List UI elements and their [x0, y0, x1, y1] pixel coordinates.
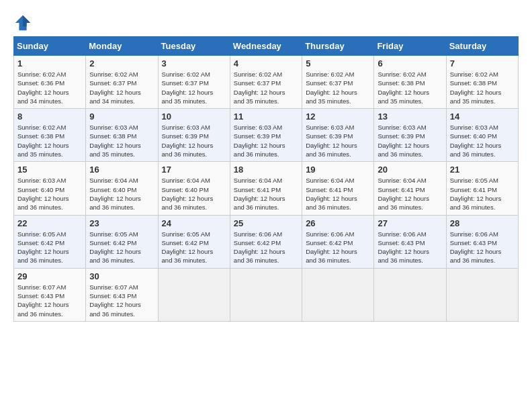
calendar-cell: 1Sunrise: 6:02 AM Sunset: 6:36 PM Daylig…	[14, 56, 86, 109]
calendar-header-row: SundayMondayTuesdayWednesdayThursdayFrid…	[14, 37, 519, 56]
logo-icon	[13, 13, 32, 32]
calendar-cell: 29Sunrise: 6:07 AM Sunset: 6:43 PM Dayli…	[14, 268, 86, 321]
day-number: 4	[234, 58, 298, 68]
calendar-cell: 5Sunrise: 6:02 AM Sunset: 6:37 PM Daylig…	[302, 56, 374, 109]
day-info: Sunrise: 6:06 AM Sunset: 6:42 PM Dayligh…	[306, 230, 370, 265]
calendar-cell: 9Sunrise: 6:03 AM Sunset: 6:38 PM Daylig…	[86, 109, 158, 162]
day-info: Sunrise: 6:07 AM Sunset: 6:43 PM Dayligh…	[17, 283, 82, 318]
day-info: Sunrise: 6:02 AM Sunset: 6:37 PM Dayligh…	[234, 70, 298, 105]
day-info: Sunrise: 6:02 AM Sunset: 6:36 PM Dayligh…	[17, 70, 82, 105]
day-info: Sunrise: 6:03 AM Sunset: 6:39 PM Dayligh…	[306, 123, 370, 158]
day-number: 27	[378, 218, 442, 228]
day-number: 14	[450, 111, 515, 122]
day-number: 24	[162, 218, 226, 228]
day-info: Sunrise: 6:04 AM Sunset: 6:41 PM Dayligh…	[378, 176, 442, 212]
day-number: 8	[17, 111, 82, 122]
day-number: 17	[162, 165, 226, 175]
day-number: 30	[89, 271, 154, 281]
calendar-cell: 18Sunrise: 6:04 AM Sunset: 6:41 PM Dayli…	[230, 162, 302, 215]
day-info: Sunrise: 6:03 AM Sunset: 6:39 PM Dayligh…	[234, 123, 298, 158]
calendar-cell: 3Sunrise: 6:02 AM Sunset: 6:37 PM Daylig…	[158, 56, 230, 109]
calendar-cell	[374, 268, 446, 321]
calendar-cell: 11Sunrise: 6:03 AM Sunset: 6:39 PM Dayli…	[230, 109, 302, 162]
calendar-cell	[446, 268, 518, 321]
calendar-cell: 15Sunrise: 6:03 AM Sunset: 6:40 PM Dayli…	[14, 162, 86, 215]
calendar-cell: 7Sunrise: 6:02 AM Sunset: 6:38 PM Daylig…	[446, 56, 518, 109]
calendar-cell: 4Sunrise: 6:02 AM Sunset: 6:37 PM Daylig…	[230, 56, 302, 109]
day-number: 21	[450, 165, 515, 175]
day-number: 9	[89, 111, 154, 122]
day-info: Sunrise: 6:02 AM Sunset: 6:38 PM Dayligh…	[378, 70, 442, 105]
calendar-cell	[158, 268, 230, 321]
day-info: Sunrise: 6:02 AM Sunset: 6:38 PM Dayligh…	[450, 70, 515, 105]
calendar-cell: 16Sunrise: 6:04 AM Sunset: 6:40 PM Dayli…	[86, 162, 158, 215]
day-info: Sunrise: 6:03 AM Sunset: 6:39 PM Dayligh…	[378, 123, 442, 158]
calendar-cell: 28Sunrise: 6:06 AM Sunset: 6:43 PM Dayli…	[446, 215, 518, 268]
day-info: Sunrise: 6:03 AM Sunset: 6:40 PM Dayligh…	[450, 123, 515, 158]
day-number: 10	[162, 111, 226, 122]
header	[13, 13, 519, 32]
calendar-week-5: 29Sunrise: 6:07 AM Sunset: 6:43 PM Dayli…	[14, 268, 519, 321]
day-info: Sunrise: 6:05 AM Sunset: 6:41 PM Dayligh…	[450, 176, 515, 212]
day-number: 13	[378, 111, 442, 122]
day-info: Sunrise: 6:02 AM Sunset: 6:38 PM Dayligh…	[17, 123, 82, 158]
day-info: Sunrise: 6:04 AM Sunset: 6:40 PM Dayligh…	[89, 176, 154, 212]
calendar-cell	[302, 268, 374, 321]
day-number: 29	[17, 271, 82, 281]
calendar-cell: 2Sunrise: 6:02 AM Sunset: 6:37 PM Daylig…	[86, 56, 158, 109]
day-info: Sunrise: 6:04 AM Sunset: 6:41 PM Dayligh…	[306, 176, 370, 212]
calendar-cell: 19Sunrise: 6:04 AM Sunset: 6:41 PM Dayli…	[302, 162, 374, 215]
day-info: Sunrise: 6:03 AM Sunset: 6:38 PM Dayligh…	[89, 123, 154, 158]
day-number: 3	[162, 58, 226, 68]
calendar-cell: 25Sunrise: 6:06 AM Sunset: 6:42 PM Dayli…	[230, 215, 302, 268]
day-number: 5	[306, 58, 370, 68]
logo	[13, 13, 35, 32]
day-number: 15	[17, 165, 82, 175]
day-number: 23	[89, 218, 154, 228]
day-number: 7	[450, 58, 515, 68]
calendar-week-3: 15Sunrise: 6:03 AM Sunset: 6:40 PM Dayli…	[14, 162, 519, 215]
calendar-cell: 26Sunrise: 6:06 AM Sunset: 6:42 PM Dayli…	[302, 215, 374, 268]
calendar-cell: 30Sunrise: 6:07 AM Sunset: 6:43 PM Dayli…	[86, 268, 158, 321]
day-header-monday: Monday	[86, 37, 158, 56]
day-info: Sunrise: 6:03 AM Sunset: 6:40 PM Dayligh…	[17, 176, 82, 212]
day-number: 2	[89, 58, 154, 68]
day-header-friday: Friday	[374, 37, 446, 56]
calendar-table: SundayMondayTuesdayWednesdayThursdayFrid…	[13, 36, 519, 322]
day-info: Sunrise: 6:05 AM Sunset: 6:42 PM Dayligh…	[89, 230, 154, 265]
svg-marker-1	[23, 15, 30, 27]
calendar-week-4: 22Sunrise: 6:05 AM Sunset: 6:42 PM Dayli…	[14, 215, 519, 268]
calendar-cell: 8Sunrise: 6:02 AM Sunset: 6:38 PM Daylig…	[14, 109, 86, 162]
calendar-cell: 27Sunrise: 6:06 AM Sunset: 6:43 PM Dayli…	[374, 215, 446, 268]
calendar-cell: 12Sunrise: 6:03 AM Sunset: 6:39 PM Dayli…	[302, 109, 374, 162]
day-number: 16	[89, 165, 154, 175]
day-header-wednesday: Wednesday	[230, 37, 302, 56]
day-number: 18	[234, 165, 298, 175]
day-number: 19	[306, 165, 370, 175]
day-number: 12	[306, 111, 370, 122]
calendar-week-2: 8Sunrise: 6:02 AM Sunset: 6:38 PM Daylig…	[14, 109, 519, 162]
day-info: Sunrise: 6:05 AM Sunset: 6:42 PM Dayligh…	[162, 230, 226, 265]
calendar-week-1: 1Sunrise: 6:02 AM Sunset: 6:36 PM Daylig…	[14, 56, 519, 109]
calendar-cell	[230, 268, 302, 321]
day-info: Sunrise: 6:04 AM Sunset: 6:40 PM Dayligh…	[162, 176, 226, 212]
day-info: Sunrise: 6:07 AM Sunset: 6:43 PM Dayligh…	[89, 283, 154, 318]
day-info: Sunrise: 6:05 AM Sunset: 6:42 PM Dayligh…	[17, 230, 82, 265]
day-info: Sunrise: 6:02 AM Sunset: 6:37 PM Dayligh…	[162, 70, 226, 105]
day-header-tuesday: Tuesday	[158, 37, 230, 56]
day-number: 25	[234, 218, 298, 228]
calendar-cell: 10Sunrise: 6:03 AM Sunset: 6:39 PM Dayli…	[158, 109, 230, 162]
day-number: 26	[306, 218, 370, 228]
day-number: 28	[450, 218, 515, 228]
calendar-cell: 14Sunrise: 6:03 AM Sunset: 6:40 PM Dayli…	[446, 109, 518, 162]
day-info: Sunrise: 6:04 AM Sunset: 6:41 PM Dayligh…	[234, 176, 298, 212]
day-info: Sunrise: 6:02 AM Sunset: 6:37 PM Dayligh…	[89, 70, 154, 105]
day-info: Sunrise: 6:06 AM Sunset: 6:43 PM Dayligh…	[378, 230, 442, 265]
day-info: Sunrise: 6:03 AM Sunset: 6:39 PM Dayligh…	[162, 123, 226, 158]
day-number: 22	[17, 218, 82, 228]
day-number: 6	[378, 58, 442, 68]
calendar-cell: 21Sunrise: 6:05 AM Sunset: 6:41 PM Dayli…	[446, 162, 518, 215]
day-number: 11	[234, 111, 298, 122]
day-number: 20	[378, 165, 442, 175]
calendar-cell: 23Sunrise: 6:05 AM Sunset: 6:42 PM Dayli…	[86, 215, 158, 268]
